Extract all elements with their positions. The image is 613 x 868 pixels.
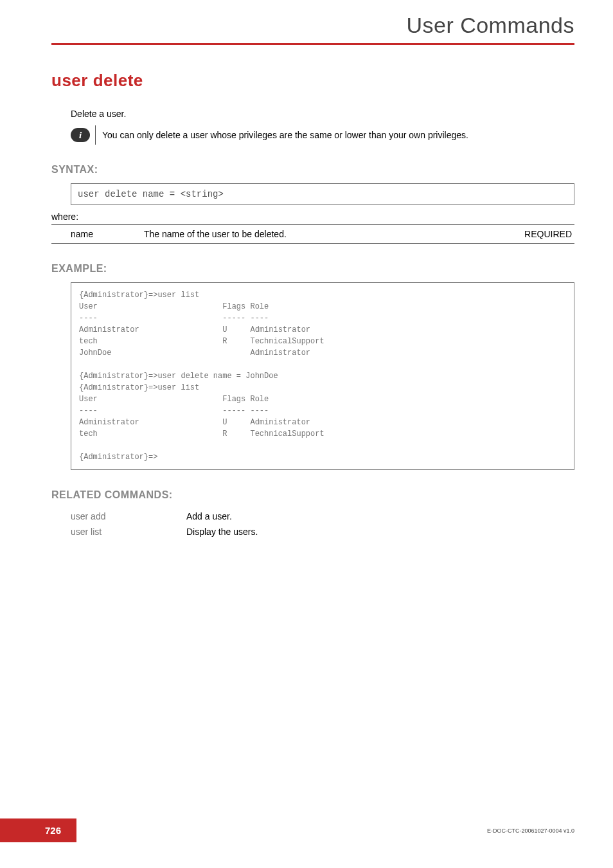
param-desc: The name of the user to be deleted. xyxy=(141,225,497,244)
table-row: name The name of the user to be deleted.… xyxy=(51,225,574,244)
param-name: name xyxy=(51,225,141,244)
param-table: name The name of the user to be deleted.… xyxy=(51,224,574,244)
table-row: user add Add a user. xyxy=(71,509,258,524)
example-code-box: {Administrator}=>user list User Flags Ro… xyxy=(71,282,574,470)
related-commands-table: user add Add a user. user list Display t… xyxy=(71,509,258,539)
page-number: 726 xyxy=(0,818,76,842)
page-footer: 726 E-DOC-CTC-20061027-0004 v1.0 xyxy=(0,818,613,842)
where-label: where: xyxy=(51,212,574,222)
section-example-heading: EXAMPLE: xyxy=(51,263,574,275)
command-intro: Delete a user. xyxy=(71,109,574,119)
related-cmd-name: user list xyxy=(71,524,186,539)
document-id: E-DOC-CTC-20061027-0004 v1.0 xyxy=(487,827,574,834)
related-cmd-desc: Display the users. xyxy=(186,524,258,539)
related-cmd-desc: Add a user. xyxy=(186,509,258,524)
section-syntax-heading: SYNTAX: xyxy=(51,164,574,176)
note-text: You can only delete a user whose privile… xyxy=(102,127,468,143)
param-required: REQUIRED xyxy=(497,225,574,244)
info-note: i You can only delete a user whose privi… xyxy=(71,125,574,145)
command-title: user delete xyxy=(51,71,574,91)
section-related-heading: RELATED COMMANDS: xyxy=(51,489,574,501)
related-cmd-name: user add xyxy=(71,509,186,524)
page-header-title: User Commands xyxy=(406,13,574,38)
note-divider xyxy=(95,125,96,145)
syntax-code-box: user delete name = <string> xyxy=(71,183,574,205)
info-icon: i xyxy=(71,128,90,142)
table-row: user list Display the users. xyxy=(71,524,258,539)
